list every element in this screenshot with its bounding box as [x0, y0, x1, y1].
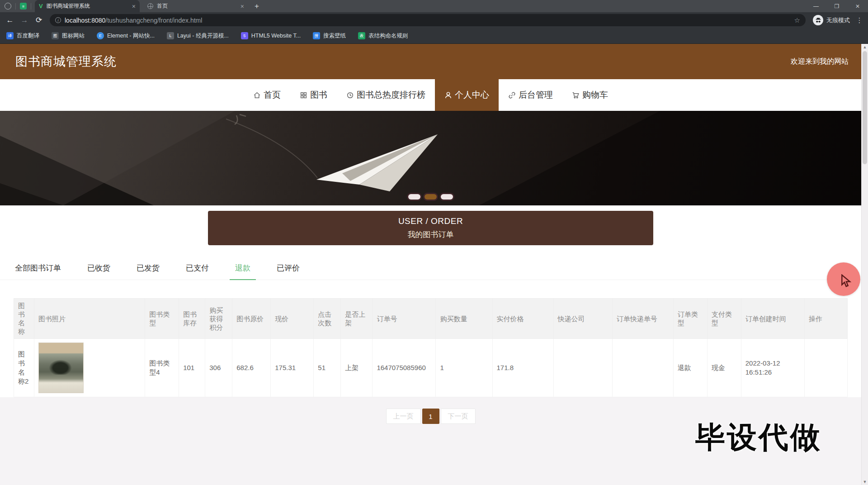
clock-icon [346, 91, 354, 99]
close-icon[interactable]: × [132, 3, 136, 10]
col-courier-company: 快递公司 [553, 299, 612, 339]
book-cover-image[interactable] [38, 342, 84, 393]
html5-favicon: 5 [241, 32, 248, 39]
bookmark-item[interactable]: 图图标网站 [52, 32, 85, 40]
next-page-button[interactable]: 下一页 [441, 409, 476, 424]
cell-courier-company [553, 339, 612, 397]
bookmark-item[interactable]: 译百度翻译 [6, 32, 39, 40]
col-pay-type: 支付类型 [707, 299, 741, 339]
maximize-button[interactable]: ❐ [826, 0, 847, 12]
bookmarks-bar: 译百度翻译 图图标网站 EElement - 网站快... LLayui - 经… [0, 28, 868, 44]
scrollbar-thumb[interactable] [863, 51, 867, 164]
bookmark-label: HTML5 Website T... [251, 33, 301, 39]
orders-table: 图书名称 图书照片 图书类型 图书库存 购买获得积分 图书原价 现价 点击次数 … [14, 298, 848, 397]
mouse-cursor-icon [840, 274, 852, 288]
tab-paid[interactable]: 已支付 [180, 259, 214, 280]
globe-icon[interactable] [5, 3, 11, 10]
col-points: 购买获得积分 [205, 299, 232, 339]
nav-label: 购物车 [582, 89, 608, 101]
bookmark-label: Element - 网站快... [107, 32, 155, 40]
cell-points: 306 [205, 339, 232, 397]
page-scrollbar[interactable]: ▲ ▼ [861, 44, 868, 485]
new-tab-button[interactable]: + [255, 2, 259, 11]
tab-strip: ≡ V 图书商城管理系统 × 首页 × + — ❐ ✕ [0, 0, 868, 12]
cell-order-type: 退款 [673, 339, 707, 397]
books-icon [300, 91, 307, 99]
window-controls: — ❐ ✕ [806, 0, 868, 12]
tab-title: 图书商城管理系统 [47, 2, 128, 10]
cell-book-type: 图书类型4 [145, 339, 179, 397]
tab-all-orders[interactable]: 全部图书订单 [9, 259, 66, 280]
bookmark-item[interactable]: LLayui - 经典开源模... [167, 32, 229, 40]
bookmark-star-icon[interactable]: ☆ [794, 16, 800, 24]
order-section-banner: USER / ORDER 我的图书订单 [208, 211, 653, 245]
carousel-dot[interactable] [441, 194, 453, 200]
carousel-dot-active[interactable] [425, 194, 437, 200]
forward-button[interactable]: → [18, 16, 31, 25]
col-current-price: 现价 [271, 299, 314, 339]
tab-refund[interactable]: 退款 [230, 259, 256, 280]
bookmark-item[interactable]: EElement - 网站快... [97, 32, 155, 40]
cell-original-price: 682.6 [232, 339, 271, 397]
col-order-no: 订单号 [373, 299, 436, 339]
scroll-up-arrow[interactable]: ▲ [862, 45, 868, 49]
cursor-highlight-circle [827, 262, 860, 296]
browser-tab-active[interactable]: V 图书商城管理系统 × [35, 0, 140, 12]
nav-item-admin[interactable]: 后台管理 [499, 79, 562, 111]
page-info-icon[interactable]: i [55, 17, 61, 23]
order-filter-tabs: 全部图书订单 已收货 已发货 已支付 退款 已评价 [0, 259, 861, 280]
tab-separator [31, 3, 31, 10]
icon-site-favicon: 图 [52, 32, 59, 39]
col-order-type: 订单类型 [673, 299, 707, 339]
col-book-type: 图书类型 [145, 299, 179, 339]
browser-menu-icon[interactable]: ⋮ [854, 16, 864, 24]
url-bar[interactable]: i localhost:8080/tushushangcheng/front/i… [50, 14, 806, 26]
user-icon [444, 91, 452, 99]
main-nav: 首页 图书 图书总热度排行榜 个人中心 后台管理 购物车 [0, 79, 861, 111]
browser-tab[interactable]: 首页 × [143, 0, 248, 12]
carousel-dot[interactable] [408, 194, 420, 200]
scroll-down-arrow[interactable]: ▼ [862, 480, 868, 484]
tab-received[interactable]: 已收货 [82, 259, 116, 280]
order-banner-en: USER / ORDER [398, 216, 463, 226]
close-icon[interactable]: × [241, 3, 244, 10]
minimize-button[interactable]: — [806, 0, 826, 12]
bookmark-item[interactable]: 表表结构命名规则 [358, 32, 408, 40]
col-created-time: 订单创建时间 [741, 299, 804, 339]
paper-plane-image [0, 111, 861, 205]
bookmark-item[interactable]: 5HTML5 Website T... [241, 32, 301, 39]
bookmark-item[interactable]: 搜搜索壁纸 [313, 32, 346, 40]
tab-reviewed[interactable]: 已评价 [271, 259, 305, 280]
tab-shipped[interactable]: 已发货 [131, 259, 165, 280]
order-banner-cn: 我的图书订单 [408, 229, 454, 240]
nav-item-cart[interactable]: 购物车 [562, 79, 618, 111]
nav-item-personal-center[interactable]: 个人中心 [435, 79, 499, 111]
back-button[interactable]: ← [4, 16, 16, 25]
cell-action [804, 339, 847, 397]
col-stock: 图书库存 [179, 299, 205, 339]
globe-icon [147, 3, 153, 9]
layui-favicon: L [167, 32, 174, 39]
element-favicon: E [97, 32, 104, 39]
bookmark-label: Layui - 经典开源模... [177, 32, 229, 40]
close-window-button[interactable]: ✕ [847, 0, 868, 12]
nav-label: 图书 [310, 89, 327, 101]
table-naming-favicon: 表 [358, 32, 365, 39]
col-clicks: 点击次数 [314, 299, 341, 339]
browser-chrome: ≡ V 图书商城管理系统 × 首页 × + — ❐ ✕ ← → ⟳ i loca… [0, 0, 868, 44]
nav-item-home[interactable]: 首页 [244, 79, 290, 111]
cell-paid-price: 171.8 [492, 339, 553, 397]
current-page-button[interactable]: 1 [422, 409, 439, 424]
col-action: 操作 [804, 299, 847, 339]
cell-stock: 101 [179, 339, 205, 397]
col-paid-price: 实付价格 [492, 299, 553, 339]
cell-shelf-status: 上架 [341, 339, 373, 397]
tab-title: 首页 [157, 2, 237, 10]
green-docs-icon[interactable]: ≡ [20, 3, 27, 10]
watermark-text: 毕设代做 [695, 417, 822, 458]
prev-page-button[interactable]: 上一页 [386, 409, 421, 424]
reload-button[interactable]: ⟳ [33, 15, 45, 25]
nav-item-ranking[interactable]: 图书总热度排行榜 [337, 79, 435, 111]
nav-item-books[interactable]: 图书 [290, 79, 337, 111]
bookmark-label: 搜索壁纸 [323, 32, 346, 40]
